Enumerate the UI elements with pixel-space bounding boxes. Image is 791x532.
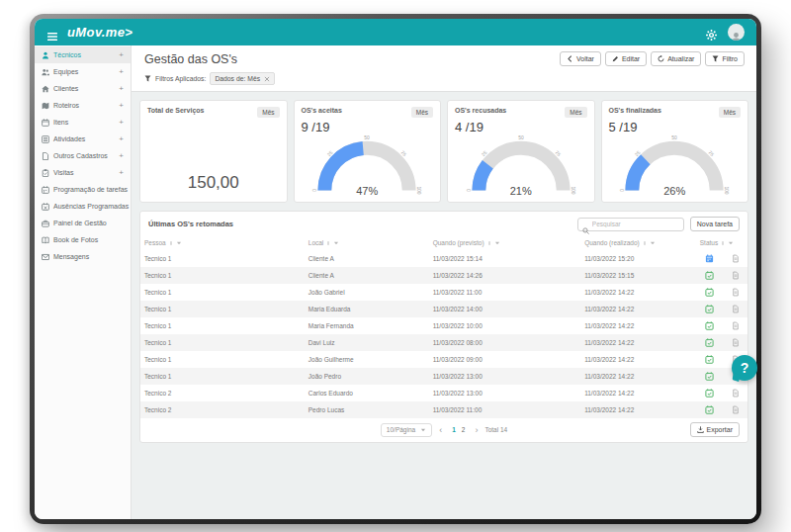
cell-quando-previsto: 11/03/2022 09:00 xyxy=(429,351,581,368)
page-size-select[interactable]: 10/Página xyxy=(381,423,432,437)
cell-quando-previsto: 11/03/2022 14:26 xyxy=(429,267,581,284)
sidebar-item-programacao-de-tarefas[interactable]: Programação de tarefas xyxy=(35,181,131,198)
sidebar-item-tecnicos[interactable]: Técnicos+ xyxy=(35,46,131,63)
close-icon[interactable] xyxy=(264,76,270,82)
table-column-headers: PessoaLocalQuando (previsto)Quando (real… xyxy=(140,235,747,250)
page-number-1[interactable]: 1 xyxy=(449,425,459,434)
table-row[interactable]: Tecnico 1 Maria Eduarda 11/03/2022 14:00… xyxy=(140,301,747,317)
filter-chip-dados-de-mes[interactable]: Dados de: Mês xyxy=(210,72,275,85)
period-badge[interactable]: Mês xyxy=(257,107,279,118)
table-row[interactable]: Tecnico 1 Cliente A 11/03/2022 15:14 11/… xyxy=(140,250,747,267)
caret-down-icon xyxy=(650,240,656,246)
gauge-card-os-s-finalizadas: OS's finalizadas Mês5 /19 0255075100 26% xyxy=(601,100,749,203)
avatar[interactable] xyxy=(728,24,745,41)
cell-details xyxy=(723,401,747,418)
expand-plus[interactable]: + xyxy=(119,168,124,177)
editar-button[interactable]: Editar xyxy=(605,51,647,66)
sidebar-item-atividades[interactable]: Atividades+ xyxy=(35,131,131,147)
expand-plus[interactable]: + xyxy=(119,67,124,76)
table-row[interactable]: Tecnico 2 Pedro Lucas 11/03/2022 11:00 1… xyxy=(140,401,747,418)
table-row[interactable]: Tecnico 1 Cliente A 11/03/2022 14:26 11/… xyxy=(140,267,747,284)
sidebar-item-label: Roteiros xyxy=(53,102,79,109)
column-header-status[interactable]: Status xyxy=(696,235,724,250)
sidebar-item-clientes[interactable]: Clientes+ xyxy=(35,80,131,97)
page-number-2[interactable]: 2 xyxy=(459,425,469,434)
voltar-button[interactable]: Voltar xyxy=(560,51,601,66)
table-row[interactable]: Tecnico 1 Maria Fernanda 11/03/2022 10:0… xyxy=(140,317,747,334)
period-badge[interactable]: Mês xyxy=(411,107,433,118)
cell-status xyxy=(696,351,724,368)
filtro-button[interactable]: Filtro xyxy=(705,51,745,66)
nova-tarefa-button[interactable]: Nova tarefa xyxy=(690,217,740,231)
table-row[interactable]: Tecnico 1 João Guilherme 11/03/2022 09:0… xyxy=(140,351,747,368)
expand-plus[interactable]: + xyxy=(119,151,124,160)
os-document-icon[interactable] xyxy=(732,288,740,297)
status-calendar-check-icon[interactable] xyxy=(705,405,714,414)
status-calendar-check-icon[interactable] xyxy=(705,338,714,347)
sidebar-item-painel-de-gestao[interactable]: Painel de Gestão xyxy=(35,215,131,231)
sidebar-item-itens[interactable]: Itens+ xyxy=(35,114,131,131)
cell-details xyxy=(723,250,747,267)
exportar-button[interactable]: Exportar xyxy=(690,422,740,437)
kpi-card-total-de-servicos: Total de Serviços Mês150,00 xyxy=(139,100,288,203)
sidebar-item-book-de-fotos[interactable]: Book de Fotos xyxy=(35,231,131,248)
column-header-local[interactable]: Local xyxy=(305,235,429,250)
os-document-icon[interactable] xyxy=(732,321,740,330)
os-document-icon[interactable] xyxy=(732,254,740,263)
sidebar-item-visitas[interactable]: Visitas+ xyxy=(35,164,131,181)
period-badge[interactable]: Mês xyxy=(565,107,586,118)
status-calendar-check-icon[interactable] xyxy=(705,372,714,381)
atualizar-button[interactable]: Atualizar xyxy=(651,51,701,66)
status-calendar-check-icon[interactable] xyxy=(705,321,714,330)
status-calendar-check-icon[interactable] xyxy=(705,389,714,398)
sidebar-item-mensagens[interactable]: Mensagens xyxy=(35,248,131,265)
expand-plus[interactable]: + xyxy=(119,84,124,93)
cell-quando-realizado: 11/03/2022 14:22 xyxy=(580,351,696,368)
status-calendar-blue-icon[interactable] xyxy=(705,254,714,263)
hamburger-menu-icon[interactable] xyxy=(46,28,58,38)
sidebar-item-outros-cadastros[interactable]: Outros Cadastros+ xyxy=(35,147,131,164)
table-row[interactable]: Tecnico 1 Davi Luiz 11/03/2022 08:00 11/… xyxy=(140,334,747,351)
map-icon xyxy=(42,102,49,110)
os-document-icon[interactable] xyxy=(732,405,740,414)
expand-plus[interactable]: + xyxy=(119,101,124,110)
help-button[interactable]: ? xyxy=(732,355,757,381)
header-actions: Voltar Editar Atualizar Filtro xyxy=(560,51,745,66)
prev-page-button[interactable]: ‹ xyxy=(439,427,442,433)
applied-filters-bar: Filtros Aplicados: Dados de: Mês xyxy=(132,69,756,92)
expand-plus[interactable]: + xyxy=(119,50,124,59)
calendar-absence-icon xyxy=(42,203,49,211)
os-document-icon[interactable] xyxy=(732,271,740,280)
table-row[interactable]: Tecnico 2 Carlos Eduardo 11/03/2022 13:0… xyxy=(140,385,747,401)
cell-details xyxy=(723,267,747,284)
column-header-quando-realizado[interactable]: Quando (realizado) xyxy=(580,235,696,250)
cell-pessoa: Tecnico 1 xyxy=(140,284,305,301)
table-row[interactable]: Tecnico 1 João Pedro 11/03/2022 13:00 11… xyxy=(140,368,747,385)
gauge-percent: 26% xyxy=(602,185,748,197)
os-document-icon[interactable] xyxy=(732,338,740,347)
sidebar-item-roteiros[interactable]: Roteiros+ xyxy=(35,97,131,114)
next-page-button[interactable]: › xyxy=(475,427,478,433)
caret-down-icon xyxy=(494,240,500,246)
expand-plus[interactable]: + xyxy=(119,118,124,127)
status-calendar-check-icon[interactable] xyxy=(705,271,714,280)
sidebar-item-ausencias-programadas[interactable]: Ausências Programadas xyxy=(35,198,131,215)
sidebar-item-equipes[interactable]: Equipes+ xyxy=(35,63,131,80)
gear-icon[interactable] xyxy=(706,27,717,38)
sidebar-item-label: Outros Cadastros xyxy=(53,152,108,159)
expand-plus[interactable]: + xyxy=(119,134,124,143)
period-badge[interactable]: Mês xyxy=(719,107,741,118)
status-calendar-check-icon[interactable] xyxy=(705,305,714,313)
status-calendar-check-icon[interactable] xyxy=(705,355,714,364)
column-header-pessoa[interactable]: Pessoa xyxy=(140,235,305,250)
gauge-fraction: 4 /19 xyxy=(455,120,587,134)
cell-status xyxy=(696,368,724,385)
cell-details xyxy=(723,284,747,301)
os-document-icon[interactable] xyxy=(732,305,740,313)
table-row[interactable]: Tecnico 1 João Gabriel 11/03/2022 11:00 … xyxy=(140,284,747,301)
search-input[interactable] xyxy=(592,221,679,227)
column-header-quando-previsto[interactable]: Quando (previsto) xyxy=(429,235,581,250)
gauge-fraction: 5 /19 xyxy=(609,120,742,134)
status-calendar-check-icon[interactable] xyxy=(705,288,714,297)
os-document-icon[interactable] xyxy=(732,389,740,398)
